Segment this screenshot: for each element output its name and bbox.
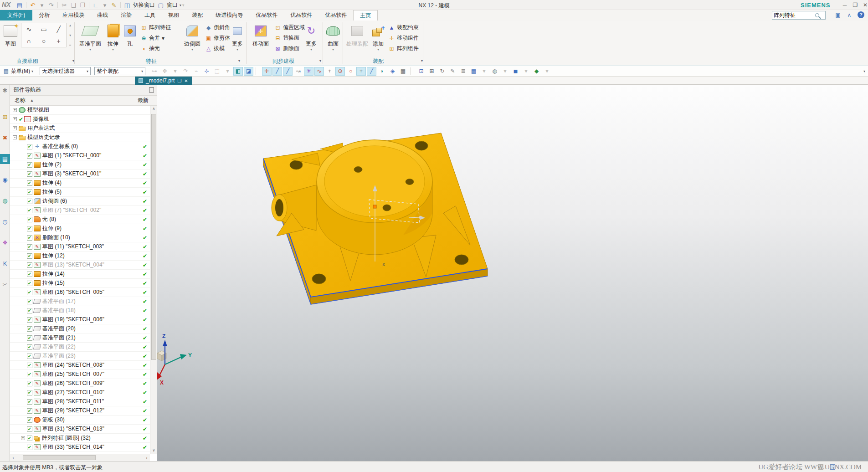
feature-checkbox[interactable]: ✔	[27, 290, 32, 295]
feature-label[interactable]: 草图 (26) "SKETCH_009"	[42, 380, 104, 387]
datum-plane-button[interactable]: 基准平面▾	[77, 22, 104, 51]
pattern-feature-button[interactable]: ⊞阵列特征	[140, 23, 171, 32]
feature-label[interactable]: 草图 (16) "SKETCH_005"	[42, 288, 104, 296]
tab-menu-6[interactable]: 视图	[162, 10, 185, 21]
feature-checkbox[interactable]: ✔	[27, 162, 32, 168]
reuse-library-icon[interactable]: ◉	[0, 175, 10, 185]
snap-point-icon[interactable]: +	[356, 67, 366, 76]
scroll-up-icon[interactable]: ∧	[150, 106, 157, 112]
more-views-icon[interactable]: ◆	[532, 67, 541, 76]
tree-row[interactable]: ✔✎草图 (13) "SKETCH_004"✔	[10, 261, 150, 270]
tab-home[interactable]: 主页	[353, 10, 378, 21]
tree-row[interactable]: ✔拉伸 (2)✔	[10, 160, 150, 169]
feature-checkbox[interactable]: ✔	[27, 180, 32, 186]
feature-label[interactable]: 拉伸 (9)	[42, 225, 62, 232]
grid-icon[interactable]: ▦	[469, 67, 478, 76]
feature-checkbox[interactable]: ✔	[27, 436, 32, 441]
tree-row[interactable]: ✔✎草图 (29) "SKETCH_012"✔	[10, 406, 150, 416]
snap-spline-pole-icon[interactable]: ✳	[304, 67, 313, 76]
extrude-button[interactable]: 拉伸▾	[105, 22, 121, 51]
graphics-window[interactable]: x Z Y X	[157, 85, 868, 461]
column-name[interactable]: 名称	[15, 97, 26, 104]
tree-row[interactable]: ✔✎草图 (33) "SKETCH_014"✔	[10, 443, 150, 452]
tree-row[interactable]: ✔✎草图 (3) "SKETCH_001"✔	[10, 169, 150, 179]
tree-row[interactable]: ✔拉伸 (15)✔	[10, 279, 150, 288]
expander-icon[interactable]: +	[13, 117, 17, 121]
dropdown-icon[interactable]: ▾	[170, 67, 180, 76]
tree-row[interactable]: +✔摄像机	[10, 115, 150, 124]
process-studio-icon[interactable]: ❖	[0, 238, 10, 248]
tab-menu-4[interactable]: 渲染	[114, 10, 138, 21]
internet-browser-icon[interactable]: ✂	[0, 280, 10, 290]
feature-checkbox[interactable]: ✔	[27, 190, 32, 195]
tree-row[interactable]: ✔拉伸 (9)✔	[10, 224, 150, 233]
cube-pick-icon[interactable]: ◪	[244, 67, 253, 76]
snap-line-1-icon[interactable]: ╱	[272, 67, 282, 76]
move-component-button[interactable]: ✛移动组件	[388, 34, 419, 42]
feature-checkbox[interactable]: ✔	[27, 335, 32, 341]
feature-label[interactable]: 草图 (7) "SKETCH_002"	[42, 206, 101, 214]
rectangle-icon[interactable]: ▭	[41, 26, 46, 33]
vertical-scrollbar[interactable]: ∧ ∨	[150, 106, 157, 454]
move-face-button[interactable]: ✛ 移动面	[248, 22, 273, 48]
group-assembly[interactable]: 装配▾	[373, 57, 384, 65]
snap-face-icon[interactable]: ◗	[377, 67, 387, 76]
feature-label[interactable]: 筋板 (30)	[42, 416, 65, 424]
snap-settings-icon[interactable]: ✥	[160, 67, 169, 76]
feature-label[interactable]: 删除面 (10)	[42, 234, 70, 241]
feature-label[interactable]: 草图 (1) "SKETCH_000"	[42, 152, 101, 159]
surface-button[interactable]: 曲面▾	[324, 22, 342, 51]
tree-row[interactable]: ✔拉伸 (5)✔	[10, 188, 150, 197]
snap-curve-icon[interactable]: ↝	[293, 67, 303, 76]
snap-quadrant-icon[interactable]: ○	[346, 67, 355, 76]
general-selection-icon[interactable]: ⊹	[202, 67, 211, 76]
feature-checkbox[interactable]: ✔	[27, 417, 32, 423]
dropdown-icon[interactable]: ▾	[521, 67, 531, 76]
tree-row[interactable]: ✔筋板 (30)✔	[10, 416, 150, 425]
feature-label[interactable]: 草图 (11) "SKETCH_003"	[42, 243, 104, 251]
scroll-left-icon[interactable]: ‹	[10, 454, 16, 462]
window-mode-icon[interactable]: ▣	[834, 11, 842, 19]
feature-label[interactable]: 拉伸 (14)	[42, 270, 65, 278]
feature-checkbox[interactable]: ✔	[27, 144, 32, 149]
feature-checkbox[interactable]: ✔	[27, 262, 32, 268]
tree-row[interactable]: ✔✎草图 (1) "SKETCH_000"✔	[10, 151, 150, 160]
tree-row[interactable]: ✔边倒圆 (6)✔	[10, 197, 150, 206]
feature-checkbox[interactable]: ✔	[27, 372, 32, 377]
feature-label[interactable]: 基准平面 (22)	[42, 343, 76, 351]
feature-label[interactable]: 草图 (33) "SKETCH_014"	[42, 443, 104, 451]
tree-row[interactable]: +✔阵列特征 [圆形] (32)✔	[10, 434, 150, 443]
feature-checkbox[interactable]: ✔	[27, 217, 32, 222]
scroll-down-icon[interactable]: ∨	[150, 447, 157, 454]
feature-checkbox[interactable]: ✔	[27, 317, 32, 323]
group-direct-sketch[interactable]: 直接草图▾	[16, 57, 38, 65]
feature-label[interactable]: 阵列特征 [圆形] (32)	[42, 434, 91, 442]
feature-label[interactable]: 草图 (28) "SKETCH_011"	[42, 398, 104, 405]
dropdown-icon[interactable]: ▾	[542, 67, 552, 76]
expander-icon[interactable]: +	[21, 436, 25, 440]
tab-restore-icon[interactable]: ❐	[177, 78, 181, 83]
knowledge-fusion-icon[interactable]: K	[0, 259, 10, 269]
selection-scope-combo[interactable]: 整个装配▾	[94, 67, 145, 75]
feature-checkbox[interactable]: ✔	[27, 208, 32, 213]
feature-label[interactable]: 基准平面 (23)	[42, 352, 76, 360]
tree-row[interactable]: ✔✛基准坐标系 (0)✔	[10, 142, 150, 151]
feature-label[interactable]: 摄像机	[33, 115, 49, 123]
feature-checkbox[interactable]: ✔	[27, 253, 32, 259]
feature-label[interactable]: 拉伸 (2)	[42, 161, 62, 169]
feature-label[interactable]: 草图 (29) "SKETCH_012"	[42, 407, 104, 415]
feature-checkbox[interactable]: ✔	[27, 226, 32, 231]
tree-row[interactable]: ✔基准平面 (20)✔	[10, 324, 150, 333]
assembly-navigator-icon[interactable]: ⊞	[0, 112, 10, 122]
snap-spline-point-icon[interactable]: ∿	[314, 67, 324, 76]
feature-label[interactable]: 拉伸 (12)	[42, 252, 65, 260]
feature-label[interactable]: 用户表达式	[27, 124, 55, 132]
feature-label[interactable]: 基准坐标系 (0)	[42, 143, 78, 150]
scroll-right-icon[interactable]: ›	[144, 454, 150, 462]
search-icon[interactable]	[815, 13, 819, 17]
chamfer-button[interactable]: ◆倒斜角	[205, 23, 230, 32]
help-icon[interactable]: ?	[858, 11, 864, 18]
view-triad[interactable]: Z Y X	[157, 333, 192, 386]
assembly-constraints-button[interactable]: ▲装配约束	[388, 23, 419, 32]
tab-menu-11[interactable]: 优品软件	[318, 10, 353, 21]
